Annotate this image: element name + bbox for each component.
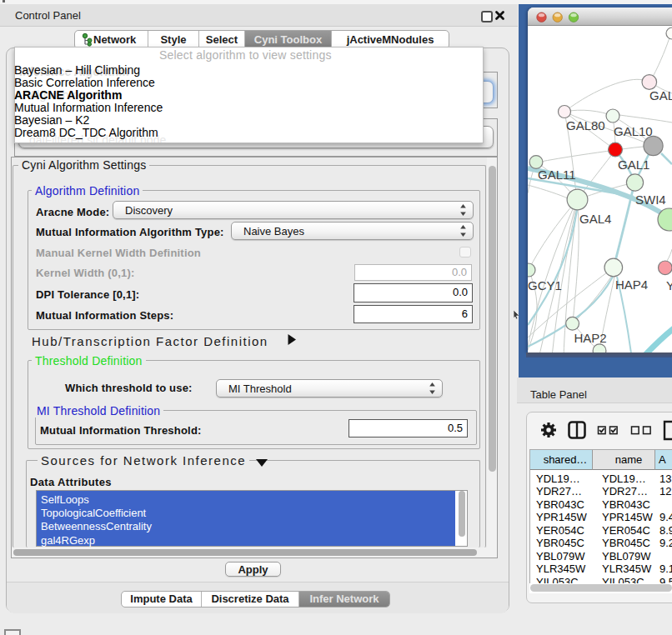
svg-text:HAP2: HAP2: [574, 331, 607, 345]
svg-text:GAL10: GAL10: [614, 124, 653, 138]
svg-text:GAL1: GAL1: [618, 158, 649, 172]
svg-text:GCY1: GCY1: [528, 278, 562, 292]
svg-text:GAL4: GAL4: [579, 212, 611, 226]
svg-text:SWI4: SWI4: [635, 192, 666, 207]
svg-text:GAL80: GAL80: [566, 118, 605, 132]
svg-text:GAL11: GAL11: [538, 168, 576, 182]
svg-text:HAP4: HAP4: [615, 278, 648, 292]
svg-text:YE: YE: [666, 278, 672, 292]
svg-text:GAL7: GAL7: [649, 88, 672, 102]
